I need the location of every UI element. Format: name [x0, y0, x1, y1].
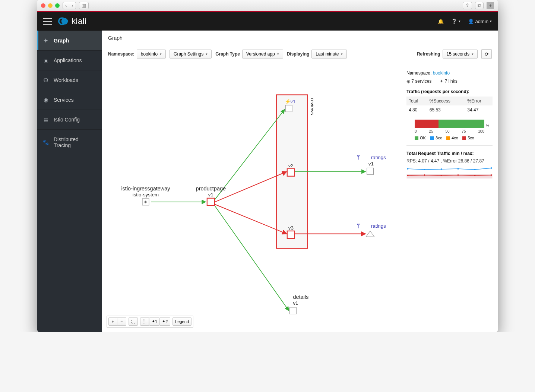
layout-icon: ✦ [162, 319, 165, 324]
bar-axis: 0 25 50 75 100 [415, 129, 484, 133]
brand: kiali [58, 16, 86, 26]
gateway-icon: ✶ [144, 200, 147, 204]
node-ratings-v1[interactable] [367, 168, 374, 175]
node-reviews-v2[interactable] [287, 169, 295, 176]
status-legend: OK 3xx 4xx 5xx [415, 136, 493, 140]
displaying-select[interactable]: Last minute ▾ [311, 50, 347, 59]
zoom-controls: + − ⛶ ⡇ ✦1 ✦2 Legend [107, 316, 193, 328]
caret-down-icon: ▾ [206, 52, 208, 56]
caret-down-icon: ▾ [341, 52, 343, 56]
tracing-icon: 🐾 [42, 139, 49, 145]
svg-point-9 [424, 174, 425, 176]
sidebar-item-workloads[interactable]: ⛁ Workloads [37, 70, 102, 90]
node-sub: istio-system [133, 192, 159, 197]
th-error: %Error [465, 97, 493, 105]
bell-icon: 🔔 [438, 19, 444, 24]
refreshing-label: Refreshing [417, 51, 440, 57]
layout-1-button[interactable]: ✦1 [149, 317, 160, 326]
cell-total: 4.80 [406, 105, 427, 114]
group-label: reviews [310, 98, 315, 115]
graph-settings-label: Graph Settings [174, 51, 203, 57]
sidebar-item-applications[interactable]: ▣ Applications [37, 50, 102, 70]
sidebar-item-label: Distributed Tracing [54, 136, 97, 148]
divider [406, 145, 493, 146]
layout-2-button[interactable]: ✦2 [160, 317, 170, 326]
caret-down-icon: ▾ [277, 52, 279, 56]
nav-back-button[interactable]: ‹ [63, 2, 69, 9]
window-close-dot[interactable] [41, 3, 45, 8]
zoom-in-button[interactable]: + [108, 317, 117, 326]
tabs-button[interactable]: ⧉ [475, 2, 484, 9]
sidebar-item-distributed-tracing[interactable]: 🐾 Distributed Tracing [37, 129, 102, 155]
cell-error: 34.47 [465, 105, 493, 114]
graph-type-select[interactable]: Versioned app ▾ [242, 50, 283, 59]
sidebar-item-services[interactable]: ◉ Services [37, 90, 102, 110]
node-label: istio-ingressgateway [121, 186, 170, 192]
window-max-dot[interactable] [55, 3, 60, 8]
rps-line: RPS: 4.07 / 4.47 , %Error 26.86 / 27.87 [406, 158, 493, 164]
layout-icon: ⡇ [143, 319, 146, 324]
legend-button[interactable]: Legend [172, 317, 191, 326]
sidebar-item-label: Graph [54, 38, 69, 44]
graph-type-label: Graph Type [215, 51, 240, 57]
browser-window: ‹ › ▥ ⇪ ⧉ + kiali 🔔 ❔ ▾ [37, 0, 498, 332]
refresh-icon: ⟳ [485, 51, 489, 57]
svg-point-5 [458, 168, 459, 170]
side-panel: Namespace: bookinfo ◉ 7 services ✦ 7 lin… [401, 65, 498, 332]
services-icon: ◉ [406, 79, 410, 84]
caret-down-icon: ▾ [472, 52, 474, 56]
namespace-select[interactable]: bookinfo ▾ [137, 50, 166, 59]
app-header: kiali 🔔 ❔ ▾ 👤 admin ▾ [37, 12, 498, 31]
graph-settings-select[interactable]: Graph Settings ▾ [170, 50, 212, 59]
window-min-dot[interactable] [48, 3, 53, 8]
node-reviews-v1[interactable] [285, 105, 292, 112]
node-label: ratings [371, 223, 386, 229]
sidebar-toggle-button[interactable]: ▥ [79, 2, 89, 9]
node-label: v3 [288, 225, 294, 231]
notifications-button[interactable]: 🔔 [438, 19, 444, 24]
branch-icon: ᛘ [357, 223, 360, 229]
fit-button[interactable]: ⛶ [129, 317, 138, 326]
spark-rps [408, 168, 491, 170]
svg-point-10 [441, 175, 442, 176]
refresh-button[interactable]: ⟳ [481, 49, 492, 59]
graph-icon: ✦ [42, 38, 49, 44]
layout-icon: ✦ [152, 319, 155, 324]
node-label: v1 [290, 99, 295, 104]
svg-point-11 [458, 174, 459, 176]
spark-band [407, 174, 493, 178]
refreshing-select[interactable]: 15 seconds ▾ [443, 50, 478, 59]
menu-toggle-button[interactable] [43, 18, 52, 25]
node-label: productpage [196, 186, 226, 192]
th-total: Total [406, 97, 427, 105]
services-icon: ◉ [42, 97, 49, 103]
node-ratings-service[interactable] [366, 231, 374, 237]
new-tab-button[interactable]: + [487, 2, 494, 9]
side-namespace-link[interactable]: bookinfo [433, 70, 450, 76]
nav-forward-button[interactable]: › [69, 2, 76, 9]
node-details[interactable] [289, 307, 296, 314]
graph-toolbar: Namespace: bookinfo ▾ Graph Settings ▾ G… [102, 43, 498, 65]
sparkline-chart [406, 166, 493, 179]
svg-point-1 [61, 18, 68, 25]
graph-canvas[interactable]: reviews istio-ingressgateway istio- [102, 65, 401, 332]
sidebar-item-graph[interactable]: ✦ Graph [37, 31, 102, 50]
sidebar-item-istio-config[interactable]: ▤ Istio Config [37, 110, 102, 129]
table-row: 4.80 65.53 34.47 [406, 105, 493, 114]
user-menu[interactable]: 👤 admin ▾ [468, 19, 492, 24]
help-menu[interactable]: ❔ ▾ [451, 19, 460, 24]
user-icon: 👤 [468, 19, 474, 24]
layout-default-button[interactable]: ⡇ [140, 317, 149, 326]
svg-point-12 [474, 175, 476, 176]
cell-success: 65.53 [427, 105, 465, 114]
node-sub: v1 [293, 300, 298, 306]
side-namespace-label: Namespace: [406, 70, 431, 76]
node-productpage[interactable] [207, 198, 215, 206]
share-button[interactable]: ⇪ [463, 2, 472, 9]
user-label: admin [475, 19, 488, 24]
zoom-out-button[interactable]: − [117, 317, 126, 326]
node-reviews-v3[interactable] [287, 231, 295, 238]
expand-icon: ⛶ [131, 319, 135, 324]
service-graph[interactable]: reviews istio-ingressgateway istio- [102, 65, 401, 332]
svg-point-2 [407, 168, 409, 170]
